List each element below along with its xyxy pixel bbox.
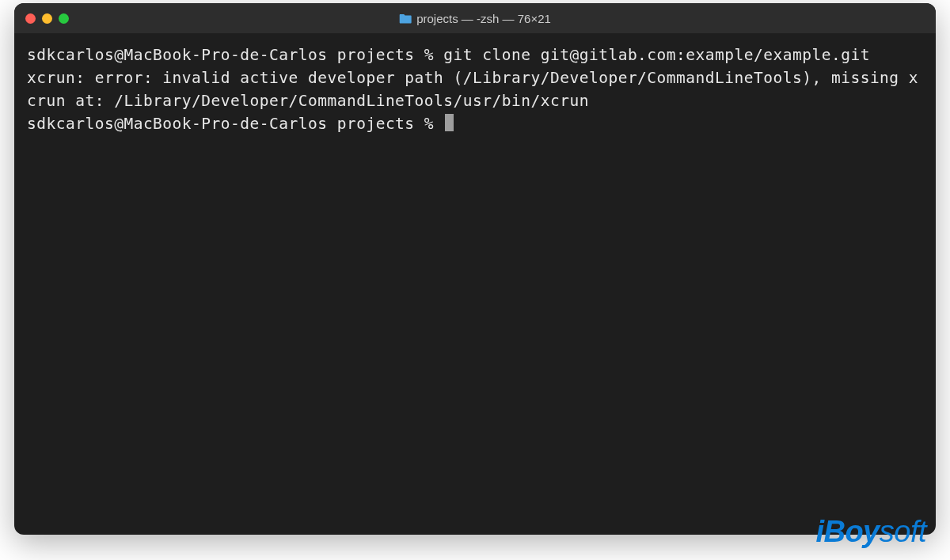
- terminal-line-2: xcrun: error: invalid active developer p…: [27, 67, 923, 113]
- window-title-text: projects — -zsh — 76×21: [416, 12, 551, 25]
- folder-icon: [399, 13, 412, 24]
- terminal-body[interactable]: sdkcarlos@MacBook-Pro-de-Carlos projects…: [14, 33, 936, 146]
- maximize-button[interactable]: [59, 13, 69, 24]
- window-title: projects — -zsh — 76×21: [399, 12, 551, 25]
- cursor: [445, 114, 454, 131]
- terminal-prompt-text: sdkcarlos@MacBook-Pro-de-Carlos projects…: [27, 115, 443, 133]
- traffic-lights: [25, 13, 69, 24]
- watermark-suffix: soft: [880, 515, 926, 549]
- terminal-window: projects — -zsh — 76×21 sdkcarlos@MacBoo…: [14, 3, 936, 535]
- terminal-prompt-line: sdkcarlos@MacBook-Pro-de-Carlos projects…: [27, 113, 923, 136]
- close-button[interactable]: [25, 13, 36, 24]
- watermark-prefix: iBoy: [815, 515, 879, 549]
- terminal-line-1: sdkcarlos@MacBook-Pro-de-Carlos projects…: [27, 44, 923, 67]
- watermark-logo: iBoysoft: [815, 515, 926, 549]
- minimize-button[interactable]: [42, 13, 52, 24]
- title-bar: projects — -zsh — 76×21: [14, 3, 936, 33]
